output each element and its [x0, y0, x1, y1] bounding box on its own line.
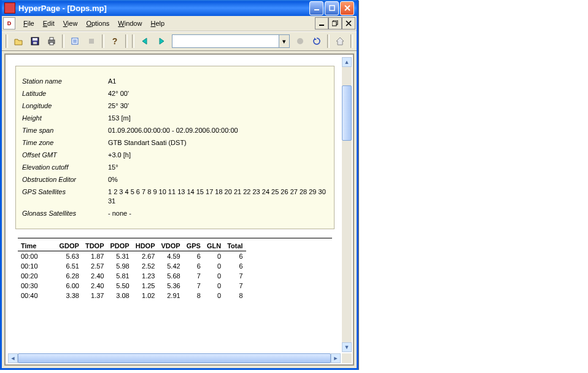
cell-gps: 8: [184, 291, 204, 300]
separator: [18, 238, 332, 238]
svg-rect-1: [330, 6, 335, 10]
table-row: 00:106.512.575.982.525.42606: [18, 261, 246, 271]
home-button[interactable]: [333, 34, 347, 49]
cell-vdop: 5.68: [158, 271, 183, 281]
doc-icon: D: [3, 17, 15, 29]
open-button[interactable]: [11, 34, 26, 49]
scroll-down-icon[interactable]: ▼: [342, 342, 352, 352]
cell-gln: 0: [204, 281, 224, 291]
cell-gdop: 5.63: [56, 251, 82, 262]
info-row: Glonass Satellites- none -: [22, 209, 328, 218]
station-info-box: Station nameA1 Latitude42° 00' Longitude…: [15, 66, 335, 229]
value-longitude: 25° 30': [108, 101, 328, 111]
th-hdop: HDOP: [133, 241, 158, 251]
cell-total: 6: [224, 251, 246, 262]
cell-pdop: 5.50: [107, 281, 133, 291]
th-tdop: TDOP: [82, 241, 107, 251]
address-combo[interactable]: ▾: [172, 34, 290, 48]
vertical-scrollbar[interactable]: ▲ ▼: [342, 57, 352, 352]
document-view: Station nameA1 Latitude42° 00' Longitude…: [9, 58, 341, 352]
print-button[interactable]: [44, 34, 59, 49]
cell-gps: 6: [184, 261, 204, 271]
info-row: GPS Satellites1 2 3 4 5 6 7 8 9 10 11 13…: [22, 187, 328, 206]
svg-rect-12: [89, 39, 94, 44]
info-row: Offset GMT+3.0 [h]: [22, 151, 328, 160]
label-height: Height: [22, 114, 108, 123]
maximize-button[interactable]: [325, 1, 339, 15]
menu-file[interactable]: File: [19, 18, 39, 29]
mdi-close-button[interactable]: [342, 17, 355, 29]
cell-tdop: 2.40: [82, 281, 107, 291]
th-time: Time: [18, 241, 56, 251]
label-time-zone: Time zone: [22, 138, 108, 147]
cell-total: 8: [224, 291, 246, 300]
cell-gdop: 6.28: [56, 271, 82, 281]
save-button[interactable]: [28, 34, 42, 49]
cell-gln: 0: [204, 271, 224, 281]
value-glonass-satellites: - none -: [108, 209, 328, 218]
menu-view[interactable]: View: [59, 18, 82, 29]
value-gps-satellites: 1 2 3 4 5 6 7 8 9 10 11 13 14 15 17 18 2…: [108, 187, 328, 206]
cell-hdop: 2.67: [133, 251, 158, 262]
cell-pdop: 3.08: [107, 291, 133, 300]
value-elevation-cutoff: 15°: [108, 163, 328, 172]
mdi-minimize-button[interactable]: [315, 17, 328, 29]
chevron-down-icon[interactable]: ▾: [279, 35, 289, 47]
scroll-right-icon[interactable]: ►: [331, 353, 341, 363]
cell-time: 00:00: [18, 251, 56, 262]
forward-button[interactable]: [154, 34, 169, 49]
value-offset-gmt: +3.0 [h]: [108, 151, 328, 160]
window-title: HyperPage - [Dops.mp]: [18, 4, 309, 13]
scroll-thumb[interactable]: [342, 85, 352, 141]
cell-gdop: 6.00: [56, 281, 82, 291]
cell-gln: 0: [204, 261, 224, 271]
menu-window[interactable]: Window: [114, 18, 146, 29]
help-button[interactable]: ?: [107, 34, 122, 49]
table-row: 00:206.282.405.811.235.68707: [18, 271, 246, 281]
label-longitude: Longitude: [22, 101, 108, 111]
back-button[interactable]: [137, 34, 152, 49]
cell-time: 00:30: [18, 281, 56, 291]
label-gps-satellites: GPS Satellites: [22, 187, 108, 206]
table-row: 00:306.002.405.501.255.36707: [18, 281, 246, 291]
cell-hdop: 1.25: [133, 281, 158, 291]
menu-help[interactable]: Help: [146, 18, 169, 29]
scroll-left-icon[interactable]: ◄: [8, 353, 18, 363]
cell-time: 00:20: [18, 271, 56, 281]
cell-hdop: 2.52: [133, 261, 158, 271]
close-button[interactable]: [340, 1, 354, 15]
stop-icon: [84, 34, 99, 49]
address-input[interactable]: [172, 35, 279, 47]
app-window: HyperPage - [Dops.mp] D File Edit View O…: [0, 0, 358, 370]
list-button[interactable]: [68, 34, 82, 49]
mdi-restore-button[interactable]: [328, 17, 342, 29]
cell-pdop: 5.98: [107, 261, 133, 271]
scroll-up-icon[interactable]: ▲: [342, 57, 352, 67]
minimize-button[interactable]: [309, 1, 323, 15]
cell-gps: 7: [184, 281, 204, 291]
th-pdop: PDOP: [107, 241, 133, 251]
hscroll-thumb[interactable]: [18, 353, 331, 363]
value-height: 153 [m]: [108, 114, 328, 123]
th-total: Total: [224, 241, 246, 251]
titlebar: HyperPage - [Dops.mp]: [2, 0, 357, 16]
cell-gln: 0: [204, 251, 224, 262]
scroll-corner: [342, 353, 352, 363]
svg-point-13: [297, 38, 303, 44]
cell-time: 00:40: [18, 291, 56, 300]
horizontal-scrollbar[interactable]: ◄ ►: [8, 353, 341, 363]
label-station-name: Station name: [22, 77, 108, 86]
cell-total: 7: [224, 271, 246, 281]
cell-tdop: 2.57: [82, 261, 107, 271]
content-pane: Station nameA1 Latitude42° 00' Longitude…: [4, 53, 354, 366]
cell-vdop: 4.59: [158, 251, 183, 262]
cell-hdop: 1.23: [133, 271, 158, 281]
svg-rect-7: [33, 42, 37, 44]
refresh-button[interactable]: [309, 34, 324, 49]
cell-total: 6: [224, 261, 246, 271]
menu-options[interactable]: Options: [82, 18, 114, 29]
cell-time: 00:10: [18, 261, 56, 271]
menu-edit[interactable]: Edit: [39, 18, 59, 29]
info-row: Latitude42° 00': [22, 89, 328, 98]
cell-gln: 0: [204, 291, 224, 300]
